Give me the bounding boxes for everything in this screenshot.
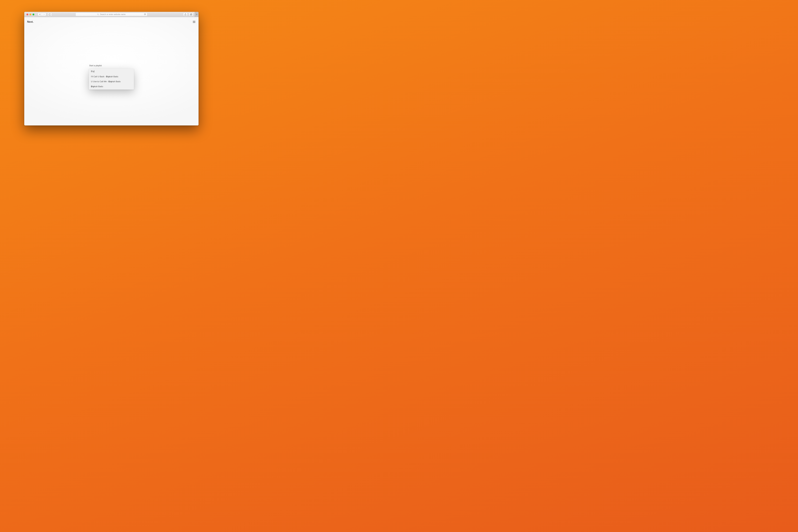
app-title: Next. (27, 20, 33, 23)
autocomplete-dropdown: Ery I'll Call U Back - Erykah BaduU Use … (89, 69, 134, 90)
address-bar[interactable]: Search or enter website name (75, 13, 147, 16)
window-close-button[interactable] (26, 14, 28, 15)
suggestion-suffix: kah Badu (112, 80, 121, 83)
svg-rect-5 (191, 14, 192, 15)
sidebar-toggle-button[interactable] (48, 13, 52, 16)
playlist-search: Start a playlist Ery I'll Call U Back - … (89, 64, 134, 90)
suggestion-prefix: U Use to Call Me - (91, 80, 109, 83)
reload-icon (144, 14, 146, 15)
forward-button[interactable] (42, 13, 46, 16)
share-button[interactable] (183, 13, 187, 16)
window-controls (26, 14, 34, 15)
suggestion-item[interactable]: Erykah Badu (89, 84, 134, 89)
browser-window: Search or enter website name Next. (24, 12, 198, 126)
search-input[interactable]: Ery (89, 69, 134, 74)
svg-rect-0 (49, 14, 51, 15)
suggestion-match: Ery (106, 75, 110, 78)
tabs-icon (190, 14, 192, 15)
suggestion-suffix: kah Badu (110, 75, 118, 78)
navigation-buttons (38, 13, 46, 16)
search-icon (97, 14, 99, 15)
window-maximize-button[interactable] (33, 14, 34, 15)
address-bar-container: Search or enter website name (75, 13, 147, 16)
suggestion-match: Ery (109, 80, 112, 83)
reload-button[interactable] (144, 14, 146, 15)
show-tabs-button[interactable] (189, 13, 193, 16)
suggestion-match: Ery (91, 85, 94, 88)
sidebar-icon (49, 14, 51, 15)
share-icon (185, 14, 186, 16)
suggestion-item[interactable]: I'll Call U Back - Erykah Badu (89, 74, 134, 79)
hamburger-icon (193, 21, 195, 21)
back-button[interactable] (38, 13, 42, 16)
search-input-value: Ery (91, 70, 94, 73)
address-placeholder: Search or enter website name (100, 13, 126, 16)
page-content: Next. Start a playlist Ery I'll Call U B… (24, 17, 198, 126)
browser-toolbar: Search or enter website name (24, 12, 198, 17)
search-label: Start a playlist (89, 64, 134, 67)
svg-rect-4 (190, 14, 191, 15)
window-minimize-button[interactable] (30, 14, 31, 15)
toolbar-right (183, 12, 198, 17)
svg-line-3 (98, 15, 99, 15)
suggestion-suffix: kah Badu (94, 85, 103, 88)
new-tab-button[interactable] (195, 12, 198, 17)
chevron-left-icon (39, 14, 40, 15)
chevron-right-icon (43, 14, 45, 15)
menu-button[interactable] (193, 21, 195, 23)
suggestion-prefix: I'll Call U Back - (91, 75, 106, 78)
plus-icon (196, 14, 197, 15)
suggestion-item[interactable]: U Use to Call Me - Erykah Badu (89, 79, 134, 84)
